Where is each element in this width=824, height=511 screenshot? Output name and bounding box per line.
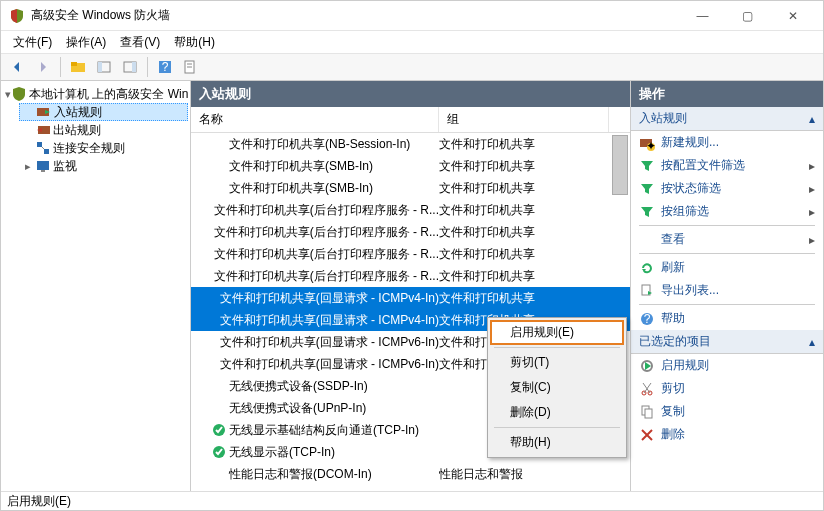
- rule-name: 文件和打印机共享(后台打印程序服务 - R...: [214, 202, 439, 219]
- rule-disabled-icon: [211, 158, 227, 174]
- column-headers: 名称 组: [191, 107, 630, 133]
- refresh-icon: [639, 260, 655, 276]
- ctx-cut[interactable]: 剪切(T): [490, 350, 624, 375]
- action-filter-group[interactable]: 按组筛选▸: [631, 200, 823, 223]
- rule-name: 无线便携式设备(SSDP-In): [229, 378, 368, 395]
- panel2-button[interactable]: [118, 55, 142, 79]
- action-export[interactable]: 导出列表...: [631, 279, 823, 302]
- tree-outbound[interactable]: 出站规则: [19, 121, 188, 139]
- ctx-help[interactable]: 帮助(H): [490, 430, 624, 455]
- menu-file[interactable]: 文件(F): [7, 32, 58, 53]
- rule-row[interactable]: 文件和打印机共享(SMB-In)文件和打印机共享: [191, 177, 630, 199]
- menu-help[interactable]: 帮助(H): [168, 32, 221, 53]
- status-bar: 启用规则(E): [1, 491, 823, 511]
- action-cut[interactable]: 剪切: [631, 377, 823, 400]
- menu-bar: 文件(F) 操作(A) 查看(V) 帮助(H): [1, 31, 823, 53]
- col-name[interactable]: 名称: [191, 107, 439, 132]
- title-bar: 高级安全 Windows 防火墙 — ▢ ✕: [1, 1, 823, 31]
- rule-group: 文件和打印机共享: [439, 290, 609, 307]
- forward-button[interactable]: [31, 55, 55, 79]
- rule-row[interactable]: 文件和打印机共享(后台打印程序服务 - R...文件和打印机共享: [191, 243, 630, 265]
- svg-rect-14: [44, 149, 49, 154]
- svg-rect-16: [37, 161, 49, 170]
- folder-button[interactable]: [66, 55, 90, 79]
- rule-disabled-icon: [211, 268, 212, 284]
- rule-name: 文件和打印机共享(NB-Session-In): [229, 136, 410, 153]
- new-rule-icon: ✦: [639, 135, 655, 151]
- filter-icon: [639, 158, 655, 174]
- rule-disabled-icon: [211, 466, 227, 482]
- rule-name: 无线显示基础结构反向通道(TCP-In): [229, 422, 419, 439]
- rule-row[interactable]: 性能日志和警报(DCOM-In)性能日志和警报: [191, 463, 630, 485]
- rule-name: 文件和打印机共享(后台打印程序服务 - R...: [214, 268, 439, 285]
- cut-icon: [639, 381, 655, 397]
- minimize-button[interactable]: —: [680, 1, 725, 30]
- enable-icon: [639, 358, 655, 374]
- rule-group: 文件和打印机共享: [439, 246, 609, 263]
- ctx-copy[interactable]: 复制(C): [490, 375, 624, 400]
- action-view[interactable]: 查看▸: [631, 228, 823, 251]
- action-new-rule[interactable]: ✦新建规则...: [631, 131, 823, 154]
- tree-root[interactable]: ▾本地计算机 上的高级安全 Win: [3, 85, 188, 103]
- svg-rect-13: [37, 142, 42, 147]
- rule-group: 性能日志和警报: [439, 466, 609, 483]
- chevron-right-icon: ▸: [809, 205, 815, 219]
- rules-header: 入站规则: [191, 81, 630, 107]
- actions-section-inbound[interactable]: 入站规则▴: [631, 107, 823, 131]
- rule-disabled-icon: [211, 312, 218, 328]
- rule-name: 文件和打印机共享(回显请求 - ICMPv6-In): [220, 356, 439, 373]
- rule-enabled-icon: [211, 444, 227, 460]
- close-button[interactable]: ✕: [770, 1, 815, 30]
- rule-row[interactable]: 文件和打印机共享(SMB-In)文件和打印机共享: [191, 155, 630, 177]
- action-delete[interactable]: 删除: [631, 423, 823, 446]
- scrollbar-thumb[interactable]: [612, 135, 628, 195]
- window-buttons: — ▢ ✕: [680, 1, 815, 30]
- svg-rect-3: [98, 62, 102, 72]
- actions-header: 操作: [631, 81, 823, 107]
- svg-rect-32: [645, 409, 652, 418]
- rule-name: 文件和打印机共享(后台打印程序服务 - R...: [214, 246, 439, 263]
- panel1-button[interactable]: [92, 55, 116, 79]
- chevron-right-icon: ▸: [809, 182, 815, 196]
- ctx-delete[interactable]: 删除(D): [490, 400, 624, 425]
- collapse-icon: ▴: [809, 112, 815, 126]
- tree-monitor[interactable]: ▸监视: [19, 157, 188, 175]
- menu-action[interactable]: 操作(A): [60, 32, 112, 53]
- rule-disabled-icon: [211, 378, 227, 394]
- copy-icon: [639, 404, 655, 420]
- action-enable[interactable]: 启用规则: [631, 354, 823, 377]
- context-menu: 启用规则(E) 剪切(T) 复制(C) 删除(D) 帮助(H): [487, 317, 627, 458]
- maximize-button[interactable]: ▢: [725, 1, 770, 30]
- properties-button[interactable]: [179, 55, 203, 79]
- rule-name: 无线显示器(TCP-In): [229, 444, 335, 461]
- ctx-enable[interactable]: 启用规则(E): [490, 320, 624, 345]
- rule-row[interactable]: 文件和打印机共享(回显请求 - ICMPv4-In)文件和打印机共享: [191, 287, 630, 309]
- help-icon: ?: [639, 311, 655, 327]
- rule-group: 文件和打印机共享: [439, 136, 609, 153]
- rule-group: 文件和打印机共享: [439, 180, 609, 197]
- rule-row[interactable]: 文件和打印机共享(后台打印程序服务 - R...文件和打印机共享: [191, 265, 630, 287]
- tree-connsec[interactable]: 连接安全规则: [19, 139, 188, 157]
- rule-disabled-icon: [211, 202, 212, 218]
- rule-name: 文件和打印机共享(SMB-In): [229, 158, 373, 175]
- svg-text:?: ?: [644, 312, 651, 326]
- actions-panel: 操作 入站规则▴ ✦新建规则... 按配置文件筛选▸ 按状态筛选▸ 按组筛选▸ …: [631, 81, 823, 491]
- rule-row[interactable]: 文件和打印机共享(后台打印程序服务 - R...文件和打印机共享: [191, 199, 630, 221]
- menu-view[interactable]: 查看(V): [114, 32, 166, 53]
- rule-row[interactable]: 文件和打印机共享(后台打印程序服务 - R...文件和打印机共享: [191, 221, 630, 243]
- back-button[interactable]: [5, 55, 29, 79]
- rule-disabled-icon: [211, 136, 227, 152]
- action-copy[interactable]: 复制: [631, 400, 823, 423]
- rule-disabled-icon: [211, 356, 218, 372]
- action-filter-state[interactable]: 按状态筛选▸: [631, 177, 823, 200]
- action-refresh[interactable]: 刷新: [631, 256, 823, 279]
- action-filter-profile[interactable]: 按配置文件筛选▸: [631, 154, 823, 177]
- help-button[interactable]: ?: [153, 55, 177, 79]
- rule-name: 文件和打印机共享(后台打印程序服务 - R...: [214, 224, 439, 241]
- tree-inbound[interactable]: 入站规则: [19, 103, 188, 121]
- action-help[interactable]: ?帮助: [631, 307, 823, 330]
- col-group[interactable]: 组: [439, 107, 609, 132]
- svg-rect-5: [132, 62, 136, 72]
- rule-row[interactable]: 文件和打印机共享(NB-Session-In)文件和打印机共享: [191, 133, 630, 155]
- actions-section-selected[interactable]: 已选定的项目▴: [631, 330, 823, 354]
